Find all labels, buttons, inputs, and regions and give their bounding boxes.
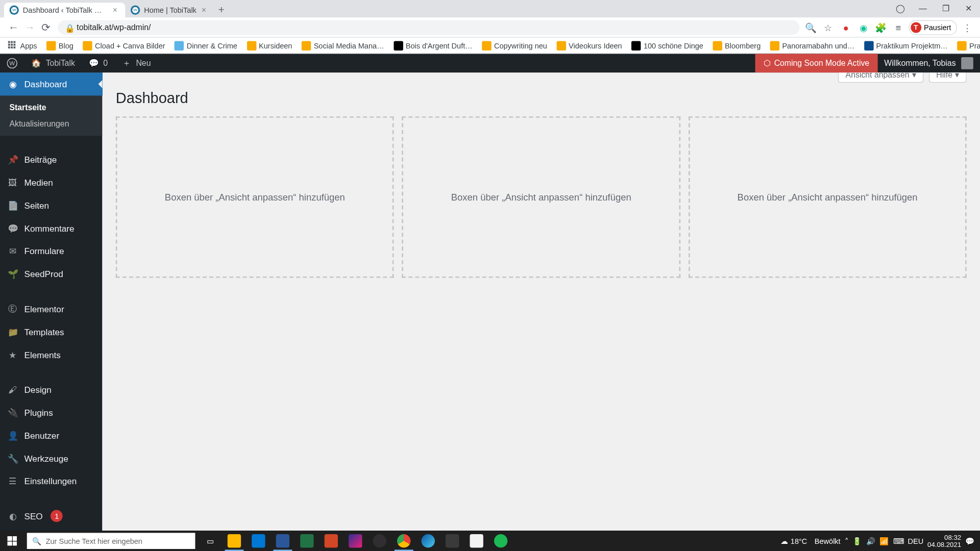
close-window-icon[interactable]: ✕ xyxy=(957,0,980,17)
minimize-icon[interactable]: — xyxy=(912,0,935,17)
bookmark-item[interactable]: Social Media Mana… xyxy=(298,39,388,52)
sidebar-item-elements[interactable]: ★Elements xyxy=(0,343,102,366)
maximize-icon[interactable]: ❐ xyxy=(934,0,957,17)
taskbar-edge-icon[interactable] xyxy=(416,531,440,551)
start-button[interactable] xyxy=(0,531,24,551)
comments-button[interactable]: 💬0 xyxy=(82,54,114,72)
sidebar-subitem-home[interactable]: Startseite xyxy=(0,99,102,116)
bookmark-item[interactable]: Cload + Canva Bilder xyxy=(79,39,169,52)
bookmarks-bar: Apps Blog Cload + Canva Bilder Dinner & … xyxy=(0,38,980,54)
page-title: Dashboard xyxy=(116,89,188,107)
bookmark-item[interactable]: Dinner & Crime xyxy=(170,39,241,52)
tray-keyboard-icon[interactable]: ⌨ xyxy=(893,537,904,545)
bookmark-item[interactable]: Copywriting neu xyxy=(478,39,551,52)
sidebar-item-tools[interactable]: 🔧Werkzeuge xyxy=(0,447,102,470)
wp-admin-bar: W 🏠TobiTalk 💬0 ＋Neu ⬡Coming Soon Mode Ac… xyxy=(0,54,980,72)
tray-language[interactable]: DEU xyxy=(908,537,924,545)
coming-soon-badge[interactable]: ⬡Coming Soon Mode Active xyxy=(755,54,877,72)
warning-icon: ⬡ xyxy=(764,59,770,68)
plug-icon: 🔌 xyxy=(7,406,19,418)
taskbar-mail-icon[interactable] xyxy=(247,531,271,551)
sidebar-item-settings[interactable]: ☰Einstellungen xyxy=(0,469,102,492)
taskbar-app-icon[interactable] xyxy=(440,531,464,551)
bookmark-item[interactable]: 100 schöne Dinge xyxy=(627,39,707,52)
tray-chevron-icon[interactable]: ˄ xyxy=(845,537,849,545)
tab-active[interactable]: W Dashboard ‹ TobiTalk — WordPre × xyxy=(4,3,125,17)
bookmark-item[interactable]: Bloomberg xyxy=(708,39,765,52)
avatar xyxy=(961,57,973,69)
bookmark-item[interactable]: Kursideen xyxy=(242,39,296,52)
tray-wifi-icon[interactable]: 📶 xyxy=(879,537,889,545)
kebab-menu-icon[interactable]: ⋮ xyxy=(960,20,974,35)
bookmark-item[interactable]: Panoramabahn und… xyxy=(766,39,859,52)
tab-inactive[interactable]: W Home | TobiTalk × xyxy=(125,3,214,17)
task-view-icon[interactable]: ▭ xyxy=(198,531,222,551)
extension-abp-icon[interactable]: ● xyxy=(839,20,853,35)
close-icon[interactable]: × xyxy=(199,6,208,15)
forward-icon[interactable]: → xyxy=(21,19,38,36)
user-menu[interactable]: Willkommen, Tobias xyxy=(877,57,980,69)
tray-battery-icon[interactable]: 🔋 xyxy=(852,537,862,545)
site-name-button[interactable]: 🏠TobiTalk xyxy=(24,54,82,72)
taskbar-app-icon[interactable] xyxy=(344,531,368,551)
star-icon[interactable]: ☆ xyxy=(821,20,836,35)
help-button[interactable]: Hilfe▾ xyxy=(929,72,967,83)
wrench-icon: 🔧 xyxy=(7,452,19,464)
extension-grammarly-icon[interactable]: ◉ xyxy=(856,20,871,35)
sidebar-item-pages[interactable]: 📄Seiten xyxy=(0,194,102,217)
bookmark-item[interactable]: Blog xyxy=(42,39,78,52)
sidebar-item-comments[interactable]: 💬Kommentare xyxy=(0,217,102,240)
new-tab-button[interactable]: + xyxy=(214,3,229,17)
taskbar-chrome-icon[interactable] xyxy=(391,531,415,551)
zoom-icon[interactable]: 🔍 xyxy=(803,20,818,35)
reload-icon[interactable]: ⟳ xyxy=(38,19,54,36)
taskbar-excel-icon[interactable] xyxy=(295,531,319,551)
sidebar-item-design[interactable]: 🖌Design xyxy=(0,378,102,401)
circle-icon[interactable]: ◯ xyxy=(889,0,912,17)
bookmark-item[interactable]: Praktikum Projektm… xyxy=(860,39,952,52)
sidebar-item-elementor[interactable]: ⒺElementor xyxy=(0,297,102,320)
sidebar-item-forms[interactable]: ✉Formulare xyxy=(0,239,102,262)
admin-sidebar: ◉Dashboard Startseite Aktualisierungen 📌… xyxy=(0,72,102,531)
elementor-icon: Ⓔ xyxy=(7,303,19,315)
sidebar-item-seedprod[interactable]: 🌱SeedProd xyxy=(0,262,102,285)
sidebar-subitem-updates[interactable]: Aktualisierungen xyxy=(0,116,102,132)
sidebar-item-seo[interactable]: ◐SEO1 xyxy=(0,505,102,528)
wp-logo-button[interactable]: W xyxy=(0,54,24,72)
bookmark-item[interactable]: Praktikum WU xyxy=(953,39,980,52)
extensions-icon[interactable]: 🧩 xyxy=(873,20,888,35)
weather-widget[interactable]: ☁18°C Bewölkt xyxy=(780,537,841,545)
taskbar-spotify-icon[interactable] xyxy=(488,531,512,551)
tray-volume-icon[interactable]: 🔊 xyxy=(866,537,875,545)
taskbar-search[interactable]: 🔍Zur Suche Text hier eingeben xyxy=(27,533,195,549)
sidebar-item-dashboard[interactable]: ◉Dashboard xyxy=(0,72,102,95)
taskbar-explorer-icon[interactable] xyxy=(222,531,246,551)
update-badge: 1 xyxy=(51,510,63,522)
sidebar-item-users[interactable]: 👤Benutzer xyxy=(0,424,102,447)
new-content-button[interactable]: ＋Neu xyxy=(114,54,157,72)
comment-icon: 💬 xyxy=(88,58,99,68)
apps-button[interactable]: Apps xyxy=(4,39,41,52)
taskbar-obs-icon[interactable] xyxy=(368,531,391,551)
screen-options-button[interactable]: Ansicht anpassen▾ xyxy=(838,72,923,83)
folder-icon xyxy=(482,41,491,50)
star-icon: ★ xyxy=(7,348,19,361)
profile-chip[interactable]: T Pausiert xyxy=(909,20,957,35)
sidebar-item-posts[interactable]: 📌Beiträge xyxy=(0,148,102,171)
taskbar-notepad-icon[interactable] xyxy=(464,531,488,551)
tray-clock[interactable]: 08:3204.08.2021 xyxy=(927,534,961,548)
reading-list-icon[interactable]: ≡ xyxy=(891,20,905,35)
back-icon[interactable]: ← xyxy=(6,19,22,36)
dashboard-empty-column: Boxen über „Ansicht anpassen“ hinzufügen xyxy=(689,116,967,278)
address-bar[interactable]: 🔒 tobitalk.at/wp-admin/ xyxy=(58,20,799,35)
favicon-wordpress-icon: W xyxy=(9,6,18,15)
sidebar-item-templates[interactable]: 📁Templates xyxy=(0,320,102,343)
close-icon[interactable]: × xyxy=(110,6,119,15)
taskbar-word-icon[interactable] xyxy=(271,531,295,551)
bookmark-item[interactable]: Videokurs Ideen xyxy=(552,39,626,52)
sidebar-item-media[interactable]: 🖼Medien xyxy=(0,171,102,194)
sidebar-item-plugins[interactable]: 🔌Plugins xyxy=(0,401,102,424)
taskbar-powerpoint-icon[interactable] xyxy=(319,531,343,551)
tray-notifications-icon[interactable]: 💬 xyxy=(965,537,974,545)
bookmark-item[interactable]: Bois d'Argent Duft… xyxy=(389,39,477,52)
